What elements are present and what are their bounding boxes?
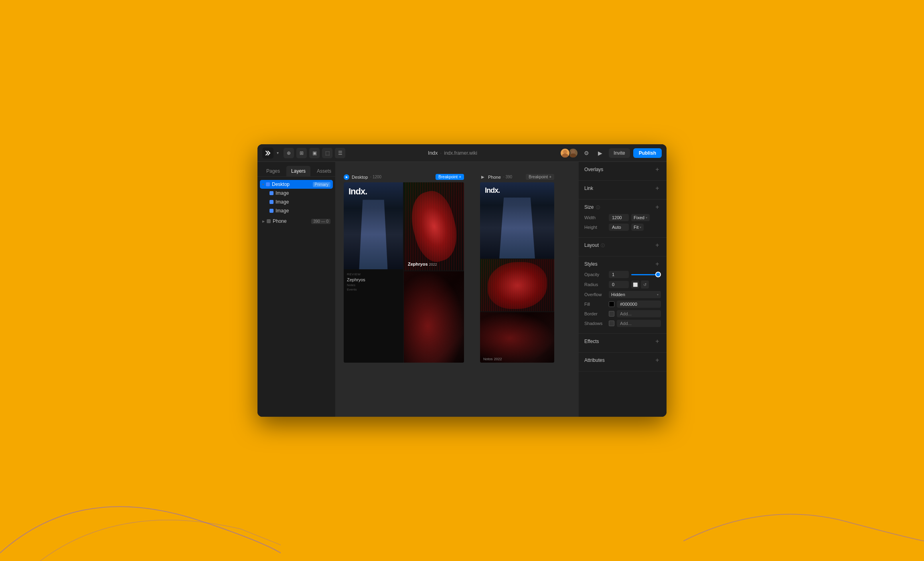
radius-icons: ⬜ ↺: [631, 280, 649, 289]
settings-icon[interactable]: ⚙: [582, 148, 592, 158]
right-sidebar: Overlays + Link + Size ⓘ +: [578, 162, 667, 417]
section-effects: Effects +: [579, 334, 667, 353]
layer-image-3[interactable]: Image: [267, 206, 333, 215]
tool-square[interactable]: ▣: [309, 148, 320, 158]
phone-grid: Notos 2022: [480, 182, 554, 363]
breakpoint-plus: +: [459, 175, 461, 179]
logo-chevron: ▾: [277, 151, 279, 155]
size-header: Size ⓘ +: [584, 204, 661, 211]
tool-grid[interactable]: ⊞: [296, 148, 307, 158]
desktop-breakpoint-btn[interactable]: Breakpoint +: [436, 174, 464, 180]
desktop-play-icon[interactable]: ▶: [344, 174, 349, 180]
shadows-value[interactable]: Add...: [617, 320, 661, 327]
section-attributes: Attributes +: [579, 353, 667, 371]
phone-mockup: Indx. Notos 2022: [480, 182, 554, 363]
tab-assets[interactable]: Assets: [312, 166, 336, 176]
phone-frame-label: ▶ Phone · 390 Breakpoint +: [480, 174, 554, 180]
title-separator: ·: [440, 150, 442, 156]
tool-component[interactable]: ☰: [335, 148, 345, 158]
svg-point-0: [563, 150, 567, 154]
attributes-header: Attributes +: [584, 357, 661, 364]
layer-image-2[interactable]: Image: [267, 198, 333, 206]
width-label: Width: [584, 215, 606, 220]
image1-label: Image: [276, 190, 330, 196]
radius-value[interactable]: 0: [609, 281, 629, 288]
play-icon[interactable]: ▶: [595, 148, 606, 158]
invite-button[interactable]: Invite: [609, 148, 630, 158]
overlays-add[interactable]: +: [654, 166, 661, 173]
border-value[interactable]: Add...: [617, 310, 661, 317]
overflow-text: Hidden: [611, 292, 625, 297]
sidebar-content: ▾ Desktop Primary Image Image Image: [257, 177, 335, 417]
titlebar-right: ⚙ ▶ Invite Publish: [560, 148, 662, 158]
height-label: Height: [584, 225, 606, 230]
overflow-label: Overflow: [584, 292, 606, 297]
shadows-swatch[interactable]: [609, 321, 614, 326]
tool-add[interactable]: ⊕: [284, 148, 294, 158]
image1-color: [270, 191, 274, 195]
phone-breakpoint-plus: +: [549, 175, 551, 179]
layer-desktop[interactable]: ▾ Desktop Primary: [260, 180, 333, 189]
radius-corners-btn[interactable]: ⬜: [631, 280, 639, 289]
radius-label: Radius: [584, 282, 606, 287]
height-value[interactable]: Auto: [609, 224, 629, 231]
size-height-row: Height Auto Fit ▾: [584, 224, 661, 231]
effects-add[interactable]: +: [654, 338, 661, 345]
publish-button[interactable]: Publish: [633, 148, 662, 158]
border-swatch[interactable]: [609, 311, 614, 317]
fill-swatch[interactable]: [609, 301, 614, 307]
size-add[interactable]: +: [654, 204, 661, 211]
phone-frame-name: Phone: [488, 175, 501, 180]
attributes-add[interactable]: +: [654, 357, 661, 364]
height-type[interactable]: Fit ▾: [631, 224, 644, 231]
phone-frame: ▶ Phone · 390 Breakpoint + Indx.: [480, 174, 554, 363]
overflow-row: Overflow Hidden ▾: [584, 291, 661, 298]
section-layout: Layout ⓘ +: [579, 238, 667, 256]
desktop-label: Desktop: [272, 182, 311, 187]
layer-phone[interactable]: ▶ Phone 390 — 0: [260, 217, 333, 226]
layer-image-1[interactable]: Image: [267, 189, 333, 198]
section-styles: Styles + Opacity 1 Radius 0 ⬜: [579, 256, 667, 334]
layout-add[interactable]: +: [654, 242, 661, 249]
desktop-frame-label: ▶ Desktop · 1200 Breakpoint +: [344, 174, 464, 180]
tab-layers[interactable]: Layers: [286, 166, 310, 176]
desktop-left-col: Review Zephryos Notes Events: [344, 182, 403, 363]
phone-label: Phone: [273, 218, 309, 224]
app-logo[interactable]: [262, 147, 274, 159]
overflow-value[interactable]: Hidden ▾: [609, 291, 661, 298]
canvas-area[interactable]: ▶ Desktop · 1200 Breakpoint + Indx.: [336, 162, 578, 417]
radius-refresh-btn[interactable]: ↺: [641, 280, 649, 289]
link-add[interactable]: +: [654, 185, 661, 192]
left-sidebar: Pages Layers Assets ▾ Desktop Primary Im…: [257, 162, 336, 417]
effects-title: Effects: [584, 339, 599, 344]
shadows-row: Shadows Add...: [584, 320, 661, 327]
project-url: indx.framer.wiki: [444, 150, 477, 156]
opacity-slider[interactable]: [631, 274, 661, 275]
svg-point-3: [570, 153, 576, 157]
phone-chevron: ▶: [262, 220, 265, 223]
phone-breakpoint-pill[interactable]: Breakpoint +: [526, 174, 554, 180]
desktop-badge: Primary: [313, 182, 330, 187]
avatar-stack: [560, 148, 578, 158]
desktop-chevron: ▾: [262, 183, 264, 186]
image2-label: Image: [276, 199, 330, 205]
shadows-label: Shadows: [584, 321, 606, 326]
titlebar: ▾ ⊕ ⊞ ▣ ⬚ ☰ Indx · indx.framer.wiki ⚙ ▶: [257, 144, 667, 162]
size-title: Size ⓘ: [584, 204, 600, 210]
phone-play-icon[interactable]: ▶: [480, 174, 486, 180]
phone-img-abstract: [480, 259, 554, 311]
link-header: Link +: [584, 185, 661, 192]
titlebar-center: Indx · indx.framer.wiki: [349, 150, 557, 156]
phone-img-dark: Notos 2022: [480, 312, 554, 363]
tab-pages[interactable]: Pages: [261, 166, 285, 176]
width-value[interactable]: 1200: [609, 214, 629, 221]
desktop-mockup: Indx. Review Zephryos Notes Events: [344, 182, 464, 363]
border-label: Border: [584, 311, 606, 316]
opacity-value[interactable]: 1: [609, 271, 629, 278]
tool-mask[interactable]: ⬚: [322, 148, 332, 158]
border-row: Border Add...: [584, 310, 661, 317]
styles-add[interactable]: +: [654, 260, 661, 268]
opacity-row: Opacity 1: [584, 271, 661, 278]
fill-value[interactable]: #000000: [617, 301, 661, 308]
width-type[interactable]: Fixed ▾: [631, 214, 650, 221]
